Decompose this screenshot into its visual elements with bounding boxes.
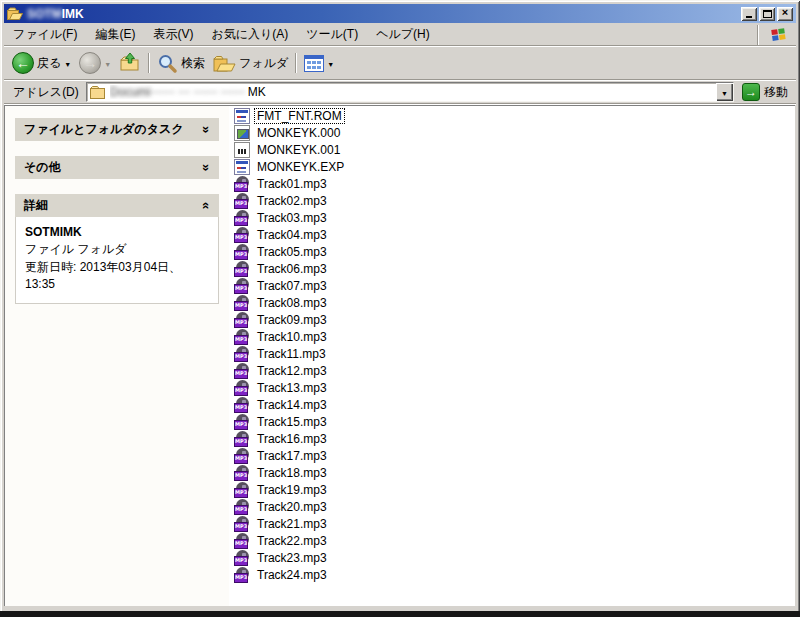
file-name: FMT_FNT.ROM xyxy=(254,108,345,124)
image-file-icon xyxy=(234,125,250,141)
mp3-file-icon xyxy=(234,465,250,481)
back-dropdown-icon[interactable]: ▼ xyxy=(64,61,71,68)
address-path: Documi⋯⋯ ⋯ ⋯⋯ ⋯⋯ MK xyxy=(110,85,266,99)
file-list: FMT_FNT.ROM MONKEYK.000 MONKEYK.001 MONK… xyxy=(229,107,795,606)
forward-button[interactable]: → ▼ xyxy=(75,50,115,76)
file-name: Track21.mp3 xyxy=(254,516,330,532)
mp3-file-icon xyxy=(234,227,250,243)
menu-item[interactable]: 編集(E) xyxy=(86,24,144,45)
chevron-down-icon[interactable]: » xyxy=(199,126,214,133)
file-row[interactable]: MONKEYK.000 xyxy=(229,124,343,141)
file-row[interactable]: Track07.mp3 xyxy=(229,277,330,294)
file-row[interactable]: Track15.mp3 xyxy=(229,413,330,430)
mp3-file-icon xyxy=(234,516,250,532)
panel-file-folder-tasks[interactable]: ファイルとフォルダのタスク » xyxy=(15,118,219,141)
close-icon: × xyxy=(782,7,788,18)
views-dropdown-icon[interactable]: ▼ xyxy=(327,61,334,68)
menu-item[interactable]: 表示(V) xyxy=(144,24,202,45)
file-row[interactable]: MONKEYK.001 xyxy=(229,141,343,158)
mp3-file-icon xyxy=(234,261,250,277)
mp3-file-icon xyxy=(234,431,250,447)
maximize-button[interactable] xyxy=(759,7,775,21)
menu-item[interactable]: ツール(T) xyxy=(297,24,367,45)
title-bar: SOTMIMK × xyxy=(4,4,796,23)
file-row[interactable]: Track20.mp3 xyxy=(229,498,330,515)
file-row[interactable]: Track21.mp3 xyxy=(229,515,330,532)
file-name: Track14.mp3 xyxy=(254,397,330,413)
mp3-file-icon xyxy=(234,533,250,549)
file-row[interactable]: Track14.mp3 xyxy=(229,396,330,413)
file-row[interactable]: Track12.mp3 xyxy=(229,362,330,379)
mp3-file-icon xyxy=(234,414,250,430)
file-name: Track08.mp3 xyxy=(254,295,330,311)
file-name: MONKEYK.000 xyxy=(254,125,343,141)
file-row[interactable]: Track22.mp3 xyxy=(229,532,330,549)
panel-other-places[interactable]: その他 » xyxy=(15,156,219,179)
file-name: Track19.mp3 xyxy=(254,482,330,498)
mp3-file-icon xyxy=(234,312,250,328)
file-row[interactable]: Track19.mp3 xyxy=(229,481,330,498)
back-label: 戻る xyxy=(37,55,61,72)
file-row[interactable]: Track06.mp3 xyxy=(229,260,330,277)
file-row[interactable]: Track01.mp3 xyxy=(229,175,330,192)
file-row[interactable]: Track17.mp3 xyxy=(229,447,330,464)
address-input[interactable]: Documi⋯⋯ ⋯ ⋯⋯ ⋯⋯ MK ▼ xyxy=(86,82,734,102)
file-row[interactable]: MONKEYK.EXP xyxy=(229,158,347,175)
go-button[interactable]: → 移動 xyxy=(742,83,788,101)
close-button[interactable]: × xyxy=(777,7,793,21)
search-button[interactable]: 検索 xyxy=(153,51,209,76)
details-folder-name: SOTMIMK xyxy=(25,224,209,241)
file-name: Track13.mp3 xyxy=(254,380,330,396)
menu-item[interactable]: ヘルプ(H) xyxy=(367,24,439,45)
mp3-file-icon xyxy=(234,380,250,396)
details-modified-date: 更新日時: 2013年03月04日、13:35 xyxy=(25,259,209,294)
up-button[interactable] xyxy=(115,50,145,76)
chevron-up-icon[interactable]: « xyxy=(199,202,214,209)
minimize-button[interactable] xyxy=(741,7,757,21)
address-dropdown-button[interactable]: ▼ xyxy=(716,83,733,101)
file-row[interactable]: Track11.mp3 xyxy=(229,345,329,362)
mp3-file-icon xyxy=(234,176,250,192)
file-name: Track12.mp3 xyxy=(254,363,330,379)
mp3-file-icon xyxy=(234,210,250,226)
file-name: Track24.mp3 xyxy=(254,567,330,583)
panel-title: ファイルとフォルダのタスク xyxy=(24,121,184,138)
menu-item[interactable]: ファイル(F) xyxy=(4,24,86,45)
file-name: Track01.mp3 xyxy=(254,176,330,192)
mp3-file-icon xyxy=(234,499,250,515)
file-row[interactable]: FMT_FNT.ROM xyxy=(229,107,345,124)
file-row[interactable]: Track04.mp3 xyxy=(229,226,330,243)
file-name: Track17.mp3 xyxy=(254,448,330,464)
file-row[interactable]: Track13.mp3 xyxy=(229,379,330,396)
chevron-down-icon: ▼ xyxy=(721,90,728,97)
file-name: Track18.mp3 xyxy=(254,465,330,481)
back-button[interactable]: ← 戻る ▼ xyxy=(8,50,75,76)
minimize-icon xyxy=(746,16,752,18)
address-bar: アドレス(D) Documi⋯⋯ ⋯ ⋯⋯ ⋯⋯ MK ▼ → 移動 xyxy=(4,81,796,104)
file-row[interactable]: Track23.mp3 xyxy=(229,549,330,566)
mp3-file-icon xyxy=(234,346,250,362)
views-button[interactable]: ▼ xyxy=(300,53,338,74)
panel-details[interactable]: 詳細 « xyxy=(15,194,219,217)
folders-button[interactable]: フォルダ xyxy=(209,52,292,75)
file-row[interactable]: Track02.mp3 xyxy=(229,192,330,209)
file-row[interactable]: Track24.mp3 xyxy=(229,566,330,583)
file-row[interactable]: Track09.mp3 xyxy=(229,311,330,328)
file-row[interactable]: Track10.mp3 xyxy=(229,328,330,345)
file-row[interactable]: Track05.mp3 xyxy=(229,243,330,260)
chevron-down-icon[interactable]: » xyxy=(199,164,214,171)
file-row[interactable]: Track16.mp3 xyxy=(229,430,330,447)
menu-items: ファイル(F)編集(E)表示(V)お気に入り(A)ツール(T)ヘルプ(H) xyxy=(4,24,439,45)
menu-item[interactable]: お気に入り(A) xyxy=(202,24,297,45)
go-label: 移動 xyxy=(764,84,788,101)
file-name: Track22.mp3 xyxy=(254,533,330,549)
file-name: Track20.mp3 xyxy=(254,499,330,515)
mp3-file-icon xyxy=(234,567,250,583)
panel-title: その他 xyxy=(24,159,61,176)
separator xyxy=(757,25,759,45)
mp3-file-icon xyxy=(234,329,250,345)
file-row[interactable]: Track18.mp3 xyxy=(229,464,330,481)
file-row[interactable]: Track08.mp3 xyxy=(229,294,330,311)
file-row[interactable]: Track03.mp3 xyxy=(229,209,330,226)
file-name: Track05.mp3 xyxy=(254,244,330,260)
